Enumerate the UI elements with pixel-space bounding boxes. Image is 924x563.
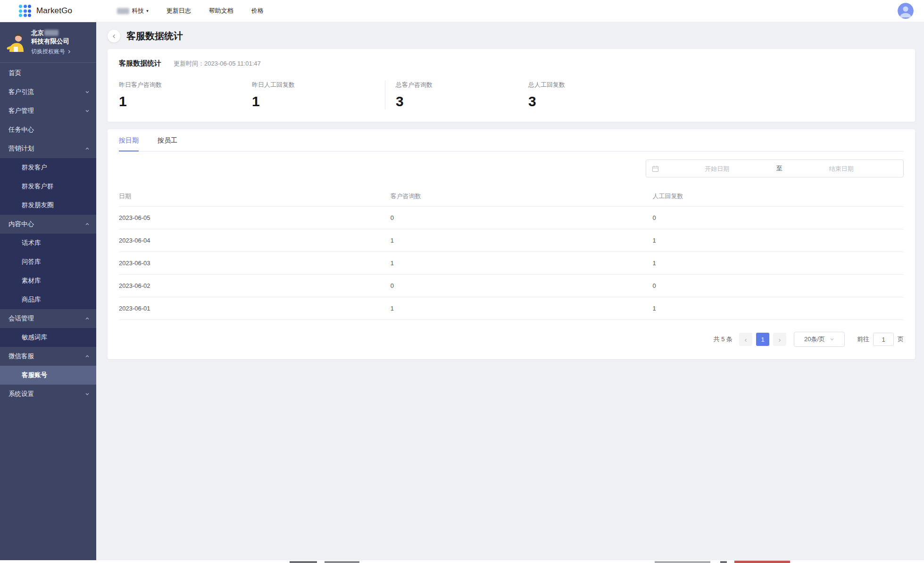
avatar-person-icon xyxy=(898,3,914,19)
stat-value: 3 xyxy=(396,93,528,109)
column-header-inquiries: 客户咨询数 xyxy=(391,192,653,201)
tab-by-date[interactable]: 按日期 xyxy=(119,136,139,151)
sidebar-item-conversation-management[interactable]: 会话管理 xyxy=(0,309,96,328)
stat-value: 3 xyxy=(528,93,661,109)
stats-card: 客服数据统计 更新时间：2023-06-05 11:01:47 昨日客户咨询数 … xyxy=(108,49,915,122)
sidebar-item-material-library[interactable]: 素材库 xyxy=(0,271,96,290)
topbar: MarketGo 科技 ▾ 更新日志 帮助文档 价格 xyxy=(0,0,924,22)
sidebar-item-customer-management[interactable]: 客户管理 xyxy=(0,101,96,120)
chevron-up-icon xyxy=(85,316,90,321)
table-row: 2023-06-05 0 0 xyxy=(119,207,904,229)
stat-yesterday-replies: 昨日人工回复数 1 xyxy=(252,81,385,109)
company-dropdown-label: 科技 xyxy=(132,7,144,15)
footer-sliver xyxy=(0,560,924,563)
sidebar-item-sensitive-words[interactable]: 敏感词库 xyxy=(0,328,96,347)
sidebar-item-home[interactable]: 首页 xyxy=(0,64,96,83)
next-page-button[interactable]: › xyxy=(773,333,786,346)
stats-row: 昨日客户咨询数 1 昨日人工回复数 1 总客户咨询数 3 总人工回复数 3 xyxy=(119,81,904,109)
start-date-input[interactable] xyxy=(661,165,774,172)
sidebar-item-script-library[interactable]: 话术库 xyxy=(0,234,96,252)
sidebar-item-task-center[interactable]: 任务中心 xyxy=(0,120,96,139)
sidebar-item-content-center[interactable]: 内容中心 xyxy=(0,215,96,234)
end-date-input[interactable] xyxy=(785,165,898,172)
sidebar-item-customer-acquisition[interactable]: 客户引流 xyxy=(0,83,96,101)
stat-total-inquiries: 总客户咨询数 3 xyxy=(385,81,528,109)
chevron-right-icon xyxy=(67,50,71,54)
goto-page-input[interactable] xyxy=(873,333,894,346)
footer-fragment xyxy=(325,561,359,563)
table-row: 2023-06-02 0 0 xyxy=(119,275,904,297)
sidebar-item-bulk-message-groups[interactable]: 群发客户群 xyxy=(0,177,96,196)
profile-text: 北京科技有限公司 切换授权账号 xyxy=(31,29,91,56)
sidebar-item-bulk-message-customers[interactable]: 群发客户 xyxy=(0,158,96,177)
tab-by-staff[interactable]: 按员工 xyxy=(158,136,177,151)
chevron-up-icon xyxy=(85,146,90,151)
marketgo-logo-icon xyxy=(19,5,31,17)
company-dropdown[interactable]: 科技 ▾ xyxy=(117,7,149,15)
sidebar-item-product-library[interactable]: 商品库 xyxy=(0,290,96,309)
redacted-company-name xyxy=(117,8,129,14)
chevron-up-icon xyxy=(85,354,90,359)
stat-value: 1 xyxy=(119,93,252,109)
pagination-total: 共 5 条 xyxy=(714,335,733,344)
company-name: 北京科技有限公司 xyxy=(31,29,91,45)
company-avatar xyxy=(6,32,26,53)
nav-changelog[interactable]: 更新日志 xyxy=(166,7,191,15)
page-title: 客服数据统计 xyxy=(126,30,183,42)
table-row: 2023-06-03 1 1 xyxy=(119,252,904,275)
footer-fragment xyxy=(734,561,790,563)
sidebar: 北京科技有限公司 切换授权账号 首页 客户引流 客户管理 任务中心 营销计划 群… xyxy=(0,22,96,560)
stat-total-replies: 总人工回复数 3 xyxy=(528,81,661,109)
chevron-down-icon xyxy=(85,90,90,94)
stats-card-title: 客服数据统计 xyxy=(119,59,161,68)
footer-fragment xyxy=(720,561,727,563)
chevron-left-icon xyxy=(112,34,117,39)
sidebar-menu: 首页 客户引流 客户管理 任务中心 营销计划 群发客户 群发客户群 群发朋友圈 … xyxy=(0,63,96,560)
footer-fragment xyxy=(655,561,710,563)
stat-yesterday-inquiries: 昨日客户咨询数 1 xyxy=(119,81,252,109)
sidebar-item-service-accounts[interactable]: 客服账号 xyxy=(0,366,96,385)
calendar-icon xyxy=(652,165,659,172)
nav-pricing[interactable]: 价格 xyxy=(251,7,264,15)
date-range-separator: 至 xyxy=(774,164,785,173)
nav-help-docs[interactable]: 帮助文档 xyxy=(209,7,233,15)
column-header-replies: 人工回复数 xyxy=(653,192,904,201)
page-header: 客服数据统计 xyxy=(108,30,915,42)
table-header-row: 日期 客户咨询数 人工回复数 xyxy=(119,186,904,207)
table-row: 2023-06-01 1 1 xyxy=(119,297,904,320)
sidebar-item-bulk-message-moments[interactable]: 群发朋友圈 xyxy=(0,196,96,215)
date-range-picker[interactable]: 至 xyxy=(646,160,904,177)
page-size-select[interactable]: 20条/页 xyxy=(794,332,845,347)
caret-down-icon: ▾ xyxy=(146,8,149,13)
switch-account-link[interactable]: 切换授权账号 xyxy=(31,48,91,56)
user-avatar[interactable] xyxy=(898,3,914,19)
stats-updated-time: 更新时间：2023-06-05 11:01:47 xyxy=(174,59,261,68)
sidebar-item-qa-library[interactable]: 问答库 xyxy=(0,252,96,271)
column-header-date: 日期 xyxy=(119,192,391,201)
chevron-down-icon xyxy=(85,392,90,396)
filter-toolbar: 至 xyxy=(119,160,904,177)
cartoon-person-icon xyxy=(6,32,26,53)
sidebar-profile: 北京科技有限公司 切换授权账号 xyxy=(0,22,96,63)
sidebar-item-system-settings[interactable]: 系统设置 xyxy=(0,385,96,403)
back-button[interactable] xyxy=(108,30,120,42)
statistics-table: 日期 客户咨询数 人工回复数 2023-06-05 0 0 2023-06-04… xyxy=(119,186,904,320)
goto-page-control: 前往 页 xyxy=(857,333,904,346)
top-navigation: 科技 ▾ 更新日志 帮助文档 价格 xyxy=(117,7,264,15)
footer-fragment xyxy=(290,561,317,563)
main-content: 客服数据统计 客服数据统计 更新时间：2023-06-05 11:01:47 昨… xyxy=(96,22,924,560)
prev-page-button[interactable]: ‹ xyxy=(739,333,752,346)
redacted-company-segment xyxy=(44,30,58,36)
stat-value: 1 xyxy=(252,93,385,109)
chevron-down-icon xyxy=(85,109,90,113)
stats-card-header: 客服数据统计 更新时间：2023-06-05 11:01:47 xyxy=(119,59,904,68)
chevron-up-icon xyxy=(85,222,90,227)
brand-name: MarketGo xyxy=(36,6,72,16)
page-number-button[interactable]: 1 xyxy=(756,333,769,346)
chevron-down-icon xyxy=(830,337,834,342)
sidebar-item-marketing-plan[interactable]: 营销计划 xyxy=(0,139,96,158)
table-card: 按日期 按员工 至 日期 客户咨询数 人工回复数 xyxy=(108,129,915,359)
tabs-bar: 按日期 按员工 xyxy=(119,129,904,151)
pagination: 共 5 条 ‹ 1 › 20条/页 前往 页 xyxy=(119,332,904,347)
sidebar-item-wechat-customer-service[interactable]: 微信客服 xyxy=(0,347,96,366)
